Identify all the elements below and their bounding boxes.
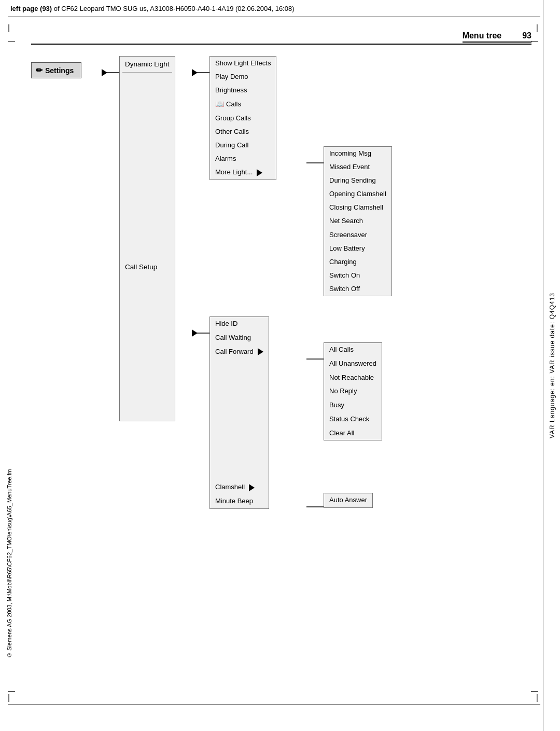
col2-item-during-call[interactable]: During Call bbox=[210, 139, 276, 152]
col6-container: Auto Answer bbox=[324, 493, 373, 508]
col4-box: Hide ID Call Waiting Call Forward Clamsh… bbox=[209, 316, 269, 509]
col5-box: All Calls All Unanswered Not Reachable N… bbox=[324, 342, 382, 440]
triangle-col4-col5 bbox=[258, 348, 263, 355]
col4-item-minute-beep[interactable]: Minute Beep bbox=[210, 494, 269, 508]
page-title-label: Menu tree bbox=[463, 31, 502, 40]
top-rule bbox=[8, 17, 540, 17]
page-number: 93 bbox=[522, 31, 531, 40]
triangle-col1-col4 bbox=[192, 329, 198, 337]
col1-item-dynamic-light[interactable]: Dynamic Light bbox=[120, 57, 175, 72]
arrow-col1-col4 bbox=[192, 329, 198, 337]
title-hr bbox=[31, 44, 531, 45]
triangle-col4-col6 bbox=[249, 484, 255, 491]
col3-container: Incoming Msg Missed Event During Sending… bbox=[324, 146, 392, 296]
col1-spacer-1 bbox=[120, 73, 175, 259]
col5-item-no-reply[interactable]: No Reply bbox=[324, 384, 382, 398]
col3-item-net-search[interactable]: Net Search bbox=[324, 214, 391, 228]
col2-item-brightness[interactable]: Brightness bbox=[210, 84, 276, 97]
col5-item-all-unanswered[interactable]: All Unanswered bbox=[324, 357, 382, 371]
col2-item-other-calls[interactable]: Other Calls bbox=[210, 125, 276, 139]
col3-item-screensaver[interactable]: Screensaver bbox=[324, 228, 391, 242]
footer-text: © Siemens AG 2003, M:\Mobil\R65\CF62_TMO… bbox=[6, 469, 12, 658]
bottom-rule bbox=[8, 705, 540, 705]
calls-icon: 📖 bbox=[215, 98, 224, 111]
right-bar-text: VAR Language: en: VAR issue date: Q4Q413 bbox=[549, 293, 556, 438]
col3-item-incoming-msg[interactable]: Incoming Msg bbox=[324, 147, 391, 160]
tick-bottom-left: | bbox=[8, 694, 10, 702]
settings-icon: ✏ bbox=[36, 65, 43, 75]
col3-item-low-battery[interactable]: Low Battery bbox=[324, 242, 391, 255]
col2-box: Show Light Effects Play Demo Brightness … bbox=[209, 56, 276, 180]
col3-item-missed-event[interactable]: Missed Event bbox=[324, 160, 391, 174]
col4-container: Hide ID Call Waiting Call Forward Clamsh… bbox=[209, 316, 269, 509]
col5-container: All Calls All Unanswered Not Reachable N… bbox=[324, 342, 382, 440]
tick-top-right: | bbox=[536, 24, 538, 32]
right-sidebar: VAR Language: en: VAR issue date: Q4Q413 bbox=[543, 0, 560, 731]
col5-item-all-calls[interactable]: All Calls bbox=[324, 343, 382, 357]
page-title-area: Menu tree 93 bbox=[463, 31, 531, 40]
col6-box: Auto Answer bbox=[324, 493, 373, 508]
col5-item-clear-all[interactable]: Clear All bbox=[324, 426, 382, 440]
header-bold: left page (93) bbox=[10, 5, 52, 12]
col3-item-charging[interactable]: Charging bbox=[324, 255, 391, 269]
arrow-col1-col2 bbox=[192, 69, 198, 76]
col2-container: Show Light Effects Play Demo Brightness … bbox=[209, 56, 276, 180]
col4-spacer bbox=[210, 358, 269, 480]
header-bar: left page (93) of CF62 Leopard TMO SUG u… bbox=[0, 0, 544, 17]
col2-item-alarms[interactable]: Alarms bbox=[210, 152, 276, 165]
title-underline bbox=[463, 42, 531, 43]
col5-item-not-reachable[interactable]: Not Reachable bbox=[324, 371, 382, 385]
dash-bottom-right: — bbox=[531, 686, 538, 695]
page-wrap: left page (93) of CF62 Leopard TMO SUG u… bbox=[0, 0, 560, 731]
tick-bottom-right: | bbox=[536, 694, 538, 702]
settings-label: Settings bbox=[45, 66, 74, 75]
col5-item-busy[interactable]: Busy bbox=[324, 398, 382, 412]
settings-node[interactable]: ✏ Settings bbox=[31, 62, 81, 78]
triangle-settings-col1 bbox=[102, 69, 107, 76]
col2-item-play-demo[interactable]: Play Demo bbox=[210, 70, 276, 84]
col1-spacer-2 bbox=[120, 275, 175, 421]
arrow-settings-col1 bbox=[102, 69, 107, 76]
col2-item-calls[interactable]: 📖 Calls bbox=[210, 97, 276, 112]
col4-item-clamshell[interactable]: Clamshell bbox=[210, 480, 269, 494]
col3-item-during-sending[interactable]: During Sending bbox=[324, 174, 391, 187]
col4-item-call-forward[interactable]: Call Forward bbox=[210, 345, 269, 359]
dash-right: — bbox=[531, 36, 538, 45]
col3-item-switch-on[interactable]: Switch On bbox=[324, 269, 391, 282]
col1-item-call-setup[interactable]: Call Setup bbox=[120, 259, 175, 275]
col3-item-switch-off[interactable]: Switch Off bbox=[324, 282, 391, 296]
header-rest: of CF62 Leopard TMO SUG us, A31008-H6050… bbox=[52, 5, 294, 12]
col1-box: Dynamic Light Call Setup bbox=[119, 56, 175, 421]
dash-bottom-left: — bbox=[8, 686, 15, 695]
dash-left: — bbox=[8, 36, 15, 45]
col1-container: Dynamic Light Call Setup bbox=[119, 56, 175, 421]
col2-item-more-light[interactable]: More Light... bbox=[210, 165, 276, 179]
col3-item-closing-clamshell[interactable]: Closing Clamshell bbox=[324, 201, 391, 214]
col3-item-opening-clamshell[interactable]: Opening Clamshell bbox=[324, 187, 391, 201]
col6-item-auto-answer[interactable]: Auto Answer bbox=[324, 493, 372, 507]
triangle-col2-col3 bbox=[257, 169, 262, 176]
col4-item-call-waiting[interactable]: Call Waiting bbox=[210, 331, 269, 345]
triangle-col1-col2 bbox=[192, 69, 198, 76]
col3-box: Incoming Msg Missed Event During Sending… bbox=[324, 146, 392, 296]
tick-top-left: | bbox=[8, 24, 10, 32]
col2-item-group-calls[interactable]: Group Calls bbox=[210, 112, 276, 125]
col5-item-status-check[interactable]: Status Check bbox=[324, 412, 382, 426]
col2-item-show-light-effects[interactable]: Show Light Effects bbox=[210, 57, 276, 70]
col4-item-hide-id[interactable]: Hide ID bbox=[210, 317, 269, 331]
connectors-svg bbox=[0, 0, 560, 731]
header-text: left page (93) of CF62 Leopard TMO SUG u… bbox=[10, 5, 295, 12]
